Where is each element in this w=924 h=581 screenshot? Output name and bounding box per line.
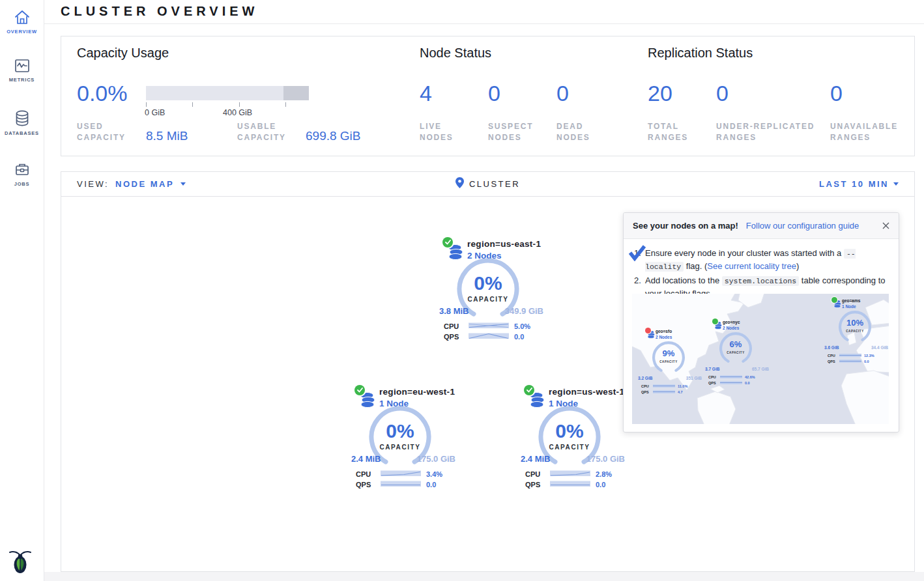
under-replicated-ranges-count: 0 bbox=[716, 81, 729, 106]
cpu-value: 11.0% bbox=[678, 384, 687, 388]
locality-total-capacity: 65.7 GiB bbox=[752, 367, 769, 371]
sidebar-item-databases[interactable]: DATABASES bbox=[0, 109, 44, 136]
cpu-sparkline bbox=[653, 384, 675, 388]
close-icon[interactable] bbox=[882, 222, 889, 229]
sidebar-item-label: JOBS bbox=[0, 181, 44, 187]
locality-total-capacity: 351 GiB bbox=[686, 376, 702, 380]
cpu-sparkline bbox=[720, 375, 742, 378]
cpu-label: CPU bbox=[444, 322, 463, 330]
cpu-value: 12.3% bbox=[864, 354, 874, 358]
qps-value: 0.0 bbox=[514, 333, 524, 341]
qps-label: QPS bbox=[356, 481, 375, 489]
locality-total-capacity: 175.0 GiB bbox=[417, 454, 455, 464]
qps-value: 0.0 bbox=[596, 481, 605, 489]
sidebar-item-label: OVERVIEW bbox=[0, 29, 44, 35]
sidebar-item-overview[interactable]: OVERVIEW bbox=[0, 9, 44, 35]
capacity-usage-bar bbox=[146, 86, 309, 100]
capacity-gauge-label: CAPACITY bbox=[537, 444, 602, 451]
step-done-check-icon bbox=[628, 244, 646, 265]
step-text-part: ) bbox=[796, 261, 799, 271]
capacity-gauge-percent: 9% bbox=[652, 348, 686, 358]
map-breadcrumb-cluster[interactable]: CLUSTER bbox=[469, 179, 520, 189]
live-nodes-label: LIVE NODES bbox=[420, 121, 472, 144]
cpu-label: CPU bbox=[641, 384, 650, 388]
used-capacity-label: USED CAPACITY bbox=[77, 121, 139, 144]
total-ranges-count: 20 bbox=[648, 81, 672, 106]
locality-title: region=us-west-1 bbox=[549, 387, 624, 397]
qps-sparkline bbox=[550, 479, 590, 490]
cluster-summary-panel: Capacity Usage 0.0% 0 GiB 400 GiB USED C… bbox=[61, 36, 915, 156]
sidebar-item-metrics[interactable]: METRICS bbox=[0, 57, 44, 83]
view-bar: VIEW: NODE MAP CLUSTER LAST 10 MIN bbox=[61, 171, 915, 196]
cockroachdb-logo[interactable] bbox=[5, 547, 35, 580]
replication-status-title: Replication Status bbox=[648, 46, 753, 61]
map-pin-icon bbox=[455, 177, 464, 191]
qps-value: 4.7 bbox=[678, 390, 683, 394]
capacity-tick-label-0: 0 GiB bbox=[145, 108, 165, 117]
dead-nodes-count: 0 bbox=[556, 81, 569, 106]
chevron-down-icon[interactable] bbox=[893, 182, 899, 186]
capacity-tick-label-400: 400 GiB bbox=[223, 108, 252, 117]
capacity-gauge-label: CAPACITY bbox=[838, 330, 872, 333]
step-text-part: Ensure every node in your cluster was st… bbox=[645, 248, 844, 258]
capacity-tick bbox=[239, 102, 240, 107]
locality-used-capacity: 2.4 MiB bbox=[521, 454, 551, 464]
capacity-gauge-label: CAPACITY bbox=[368, 444, 433, 451]
dead-nodes-label: DEAD NODES bbox=[556, 121, 609, 144]
status-warn-icon bbox=[645, 328, 651, 333]
page-footer-strip bbox=[44, 572, 924, 581]
locality-title: geo=nyc bbox=[723, 320, 740, 324]
popup-title: See your nodes on a map! bbox=[633, 221, 738, 231]
unavailable-ranges-count: 0 bbox=[830, 81, 843, 106]
popup-header: See your nodes on a map! Follow our conf… bbox=[624, 213, 899, 239]
capacity-usage-title: Capacity Usage bbox=[77, 46, 169, 61]
suspect-nodes-count: 0 bbox=[488, 81, 500, 106]
qps-label: QPS bbox=[641, 390, 650, 394]
step-text-part: Add locations to the bbox=[645, 276, 722, 285]
time-range-dropdown[interactable]: LAST 10 MIN bbox=[819, 172, 899, 196]
locality-total-capacity: 175.0 GiB bbox=[586, 454, 625, 464]
top-bar: CLUSTER OVERVIEW bbox=[44, 0, 924, 24]
locality-title: geo=ams bbox=[842, 298, 860, 303]
step-text-part: flag. ( bbox=[684, 261, 707, 271]
popup-body: 1. Ensure every node in your cluster was… bbox=[624, 239, 899, 300]
metrics-icon bbox=[0, 57, 44, 74]
configuration-guide-link[interactable]: Follow our configuration guide bbox=[746, 221, 859, 231]
briefcase-icon bbox=[0, 162, 44, 178]
under-replicated-ranges-label: UNDER-REPLICATED RANGES bbox=[716, 121, 820, 144]
locality-used-capacity: 3.7 GiB bbox=[705, 367, 719, 371]
qps-sparkline bbox=[653, 390, 675, 393]
locality-nodes-label: 2 Nodes bbox=[723, 326, 739, 330]
cpu-label: CPU bbox=[828, 354, 837, 358]
database-icon bbox=[0, 109, 44, 128]
time-range-value[interactable]: LAST 10 MIN bbox=[819, 179, 889, 189]
node-map-panel: region=us-east-1 2 Nodes 0% CAPACITY 3.8… bbox=[61, 196, 915, 572]
capacity-gauge-percent: 0% bbox=[455, 272, 521, 294]
locality-used-capacity: 2.4 MiB bbox=[351, 454, 381, 464]
qps-sparkline bbox=[839, 360, 861, 363]
cpu-value: 5.0% bbox=[514, 322, 530, 330]
suspect-nodes-label: SUSPECT NODES bbox=[488, 121, 540, 144]
locality-used-capacity: 3.6 GiB bbox=[824, 345, 839, 350]
locality-tree-link[interactable]: See current locality tree bbox=[707, 261, 796, 271]
cpu-label: CPU bbox=[525, 470, 545, 478]
capacity-gauge-label: CAPACITY bbox=[652, 360, 686, 363]
qps-sparkline bbox=[381, 479, 421, 490]
locality-total-capacity: 34.4 GiB bbox=[871, 345, 888, 350]
config-step-1: 1. Ensure every node in your cluster was… bbox=[634, 247, 888, 272]
sidebar-item-label: METRICS bbox=[0, 77, 44, 83]
qps-sparkline bbox=[469, 331, 509, 343]
locality-total-capacity: 349.9 GiB bbox=[505, 306, 543, 316]
locality-title: region=eu-west-1 bbox=[379, 387, 455, 397]
locality-title: region=us-east-1 bbox=[467, 239, 541, 249]
capacity-tick bbox=[285, 102, 286, 107]
sidebar-item-label: DATABASES bbox=[0, 130, 44, 136]
node-map-config-popup: See your nodes on a map! Follow our conf… bbox=[623, 212, 899, 432]
capacity-gauge-label: CAPACITY bbox=[719, 351, 753, 354]
sidebar-item-jobs[interactable]: JOBS bbox=[0, 162, 44, 187]
capacity-gauge-percent: 6% bbox=[719, 339, 753, 349]
page-title: CLUSTER OVERVIEW bbox=[61, 4, 258, 19]
cpu-label: CPU bbox=[708, 375, 717, 379]
total-ranges-label: TOTAL RANGES bbox=[648, 121, 700, 144]
usable-capacity-value: 699.8 GiB bbox=[306, 129, 361, 143]
